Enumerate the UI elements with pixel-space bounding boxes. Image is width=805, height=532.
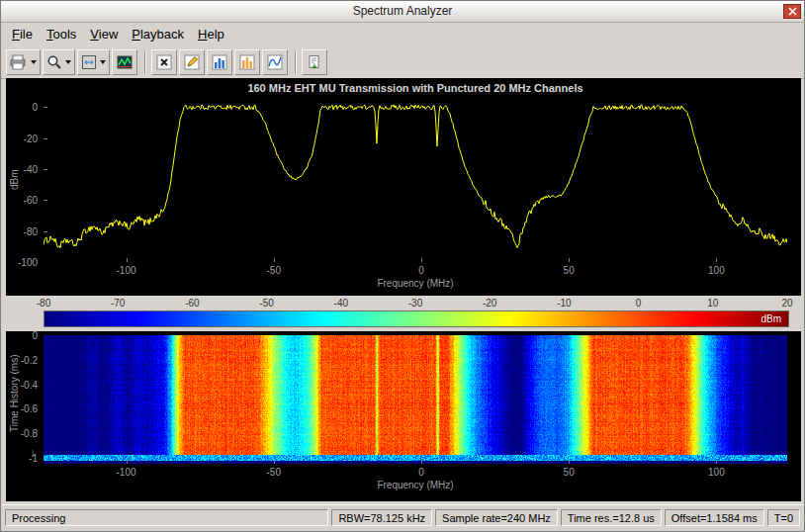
dropdown-caret-icon: [65, 60, 71, 64]
spectrum-plot[interactable]: [44, 98, 787, 262]
tick-label: -100: [117, 265, 136, 276]
tick-label: 100: [708, 265, 725, 276]
spectrogram-y-axis: 0-0.2-0.4-0.6-0.8-1: [6, 335, 41, 464]
tick-label: -100: [117, 467, 136, 478]
tick-label: 50: [564, 467, 575, 478]
zoom-button[interactable]: [43, 49, 75, 75]
tick-label: 0: [418, 467, 424, 478]
spectrum-x-axis-label: Frequency (MHz): [44, 278, 787, 289]
tick-label: -60: [24, 195, 38, 206]
tick-label: -0.6: [21, 403, 38, 414]
fit-to-view-button[interactable]: [77, 49, 110, 75]
spectrum-analyzer-window: Spectrum Analyzer File Tools View Playba…: [0, 0, 805, 532]
tick-label: -1: [29, 452, 38, 463]
channel-measurements-button[interactable]: [234, 49, 260, 75]
generate-report-button[interactable]: [302, 49, 327, 75]
title-bar[interactable]: Spectrum Analyzer: [1, 1, 804, 23]
menu-item-tools[interactable]: Tools: [40, 24, 83, 44]
close-icon: [788, 7, 797, 16]
menu-item-file[interactable]: File: [5, 24, 40, 44]
tick-label: -40: [24, 164, 38, 175]
spectrogram-plot[interactable]: [44, 335, 787, 464]
menu-item-help[interactable]: Help: [191, 24, 231, 44]
tick-label: 0: [418, 265, 424, 276]
spectrogram-x-axis: -100-50050100: [44, 466, 787, 478]
zoom-icon: [46, 54, 62, 70]
tick-label: -0.8: [21, 428, 38, 439]
tick-label: -60: [185, 298, 199, 309]
generate-report-icon: [307, 54, 322, 70]
colorbar-unit-label: dBm: [760, 311, 781, 326]
tick-label: 100: [708, 467, 725, 478]
tick-label: 10: [707, 298, 718, 309]
distortion-measurements-button[interactable]: [262, 49, 288, 75]
distortion-measurements-icon: [267, 54, 283, 70]
menu-item-view[interactable]: View: [83, 24, 125, 44]
window-title: Spectrum Analyzer: [1, 4, 804, 18]
signal-statistics-icon: [184, 54, 200, 70]
status-rbw: RBW=78.125 kHz: [331, 509, 432, 526]
close-button[interactable]: [783, 4, 801, 19]
tick-label: -50: [267, 265, 281, 276]
tick-label: 50: [564, 265, 575, 276]
spectrum-settings-icon: [117, 54, 133, 70]
status-time-resolution: Time res.=12.8 us: [561, 509, 662, 526]
tick-label: -70: [111, 298, 125, 309]
cursor-measurements-button[interactable]: [151, 49, 177, 75]
tick-label: -50: [267, 467, 281, 478]
status-time: T=0: [767, 509, 800, 526]
dropdown-caret-icon: [100, 60, 106, 64]
status-sample-rate: Sample rate=240 MHz: [435, 509, 558, 526]
export-button[interactable]: [6, 49, 41, 75]
tick-label: -40: [334, 298, 348, 309]
colorbar-section: -80-70-60-50-40-30-20-1001020 dBm: [6, 296, 801, 331]
channel-measurements-icon: [239, 54, 255, 70]
toolbar: [1, 45, 804, 79]
spectrum-panel: 160 MHz EHT MU Transmission with Punctur…: [6, 78, 801, 296]
colorbar-axis: -80-70-60-50-40-30-20-1001020: [44, 297, 787, 310]
status-processing: Processing: [5, 509, 328, 526]
tick-label: 0: [32, 102, 38, 113]
spectrum-x-axis: -100-50050100: [44, 264, 787, 276]
tick-label: -10: [557, 298, 571, 309]
signal-statistics-button[interactable]: [179, 49, 205, 75]
spectrum-settings-button[interactable]: [112, 49, 137, 75]
tick-label: -20: [24, 133, 38, 143]
tick-label: 0: [32, 330, 38, 341]
tick-label: -50: [259, 298, 273, 309]
spectrum-y-axis: 0-20-40-60-80-100: [6, 98, 41, 262]
status-offset: Offset=1.1584 ms: [665, 509, 764, 526]
menu-bar: File Tools View Playback Help: [1, 22, 804, 46]
tick-label: 20: [781, 298, 792, 309]
tick-label: -80: [24, 225, 38, 236]
toolbar-separator: [144, 50, 146, 74]
export-icon: [10, 54, 28, 70]
status-bar: Processing RBW=78.125 kHz Sample rate=24…: [2, 504, 803, 530]
tick-label: 0: [636, 298, 642, 309]
peak-finder-button[interactable]: [207, 49, 232, 75]
tick-label: -100: [18, 257, 38, 268]
dropdown-caret-icon: [31, 60, 37, 64]
tick-label: -0.2: [21, 354, 38, 365]
tick-label: -0.4: [21, 379, 38, 390]
menu-item-playback[interactable]: Playback: [125, 24, 191, 44]
toolbar-separator: [295, 50, 297, 74]
spectrogram-panel: Time History (ms) 0-0.2-0.4-0.6-0.8-1 -1…: [6, 331, 801, 501]
colorbar: [44, 310, 789, 327]
cursor-measurements-icon: [156, 54, 172, 70]
spectrum-title: 160 MHz EHT MU Transmission with Punctur…: [44, 82, 787, 94]
tick-label: -20: [483, 298, 496, 309]
tick-label: -80: [37, 298, 50, 309]
fit-to-view-icon: [81, 54, 97, 70]
tick-label: -30: [408, 298, 422, 309]
peak-finder-icon: [212, 54, 227, 70]
spectrogram-x-axis-label: Frequency (MHz): [44, 480, 787, 490]
